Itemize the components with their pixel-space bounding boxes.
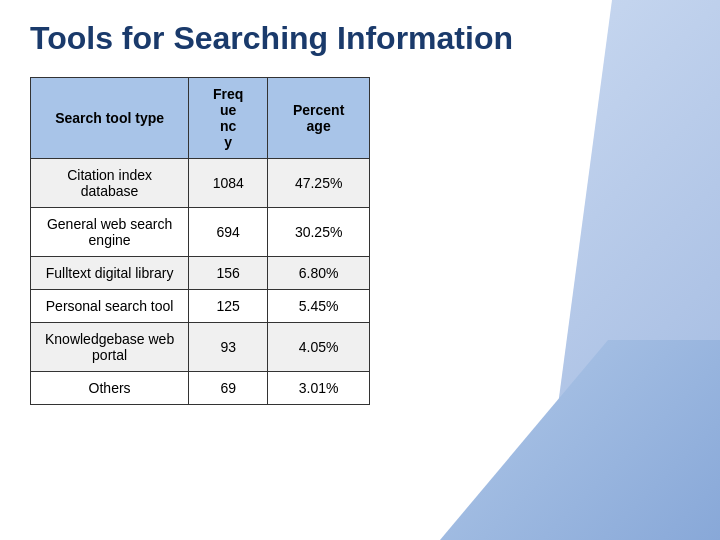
frequency-cell: 93	[189, 323, 268, 372]
percentage-cell: 5.45%	[268, 290, 370, 323]
search-tools-table: Search tool type Freq ue nc y Percentage…	[30, 77, 370, 405]
tool-name-cell: Knowledgebase web portal	[31, 323, 189, 372]
table-row: Others693.01%	[31, 372, 370, 405]
frequency-cell: 156	[189, 257, 268, 290]
header-percentage: Percentage	[268, 78, 370, 159]
header-tool-type: Search tool type	[31, 78, 189, 159]
frequency-cell: 69	[189, 372, 268, 405]
table-row: Personal search tool1255.45%	[31, 290, 370, 323]
header-frequency: Freq ue nc y	[189, 78, 268, 159]
percentage-cell: 4.05%	[268, 323, 370, 372]
percentage-cell: 3.01%	[268, 372, 370, 405]
table-row: Fulltext digital library1566.80%	[31, 257, 370, 290]
percentage-cell: 6.80%	[268, 257, 370, 290]
table-row: Citation index database108447.25%	[31, 159, 370, 208]
tool-name-cell: Fulltext digital library	[31, 257, 189, 290]
table-row: General web search engine69430.25%	[31, 208, 370, 257]
frequency-cell: 125	[189, 290, 268, 323]
tool-name-cell: General web search engine	[31, 208, 189, 257]
tool-name-cell: Personal search tool	[31, 290, 189, 323]
table-row: Knowledgebase web portal934.05%	[31, 323, 370, 372]
main-content: Tools for Searching Information Search t…	[0, 0, 720, 425]
page-title: Tools for Searching Information	[30, 20, 690, 57]
frequency-cell: 694	[189, 208, 268, 257]
tool-name-cell: Others	[31, 372, 189, 405]
percentage-cell: 30.25%	[268, 208, 370, 257]
percentage-cell: 47.25%	[268, 159, 370, 208]
tool-name-cell: Citation index database	[31, 159, 189, 208]
frequency-cell: 1084	[189, 159, 268, 208]
